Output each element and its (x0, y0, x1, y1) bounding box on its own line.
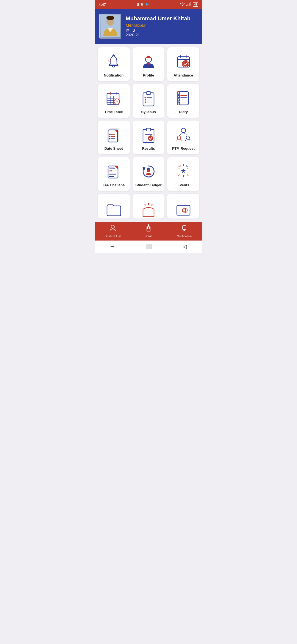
ptmrequest-label: PTM Request (172, 146, 194, 151)
nav-studentlist[interactable]: Student List (102, 224, 124, 238)
feechallans-label: Fee Challans (103, 183, 125, 187)
user-header: Muhammad Umer Khitab Mehrabpur IX | B 20… (95, 9, 202, 44)
nav-notification[interactable]: Notification (173, 224, 195, 238)
svg-point-67 (177, 136, 181, 139)
svg-line-95 (151, 204, 152, 205)
nav-notification-label: Notification (177, 234, 192, 238)
svg-point-47 (178, 94, 180, 96)
svg-rect-61 (146, 128, 151, 131)
nav-home[interactable]: Home (138, 224, 160, 238)
building-button[interactable] (133, 194, 165, 219)
status-bar: 4:47 S 🖥 🐦 49 (95, 0, 202, 9)
svg-point-54 (109, 134, 111, 135)
ptmrequest-icon (174, 125, 193, 144)
diary-icon (174, 89, 193, 108)
status-right: 49 (180, 2, 198, 7)
svg-point-39 (144, 102, 146, 103)
events-icon (174, 162, 193, 181)
svg-rect-3 (190, 2, 191, 6)
svg-point-48 (178, 97, 180, 99)
svg-line-88 (187, 175, 188, 176)
svg-point-104 (184, 230, 185, 231)
attendance-icon (174, 52, 193, 71)
svg-point-100 (147, 227, 150, 229)
svg-rect-78 (147, 169, 150, 170)
notification-icon (104, 52, 123, 71)
svg-rect-96 (177, 205, 190, 215)
user-class: IX | B (126, 28, 191, 32)
svg-point-91 (178, 168, 179, 169)
folder-button[interactable] (98, 194, 130, 219)
bottom-navigation: Student List Home Notification (95, 222, 202, 241)
attendance-label: Attendance (174, 73, 193, 77)
menu-grid: Notification Profile (95, 44, 202, 222)
datesheet-button[interactable]: Date Sheet (98, 121, 130, 154)
svg-point-89 (180, 165, 181, 167)
svg-line-85 (178, 166, 180, 167)
svg-rect-1 (188, 4, 188, 6)
avatar (99, 14, 121, 39)
user-year: 2020-21 (126, 33, 191, 37)
events-button[interactable]: Events (167, 157, 199, 191)
svg-marker-12 (146, 56, 151, 57)
svg-rect-2 (189, 3, 189, 6)
home-button[interactable]: ⬜ (146, 244, 152, 250)
folder-icon (104, 200, 123, 219)
svg-rect-0 (186, 5, 187, 6)
nav-home-label: Home (144, 234, 152, 238)
studentledger-icon (139, 162, 158, 181)
results-label: Results (142, 146, 155, 151)
studentledger-label: Student Ledger (135, 183, 161, 187)
results-icon (139, 125, 158, 144)
user-info: Muhammad Umer Khitab Mehrabpur IX | B 20… (126, 15, 191, 37)
syllabus-label: Syllabus (141, 110, 156, 114)
back-button[interactable]: ◁ (183, 244, 187, 250)
notification-button[interactable]: Notification (98, 47, 130, 81)
timetable-label: Time Table (105, 110, 123, 114)
signal-icon (186, 2, 191, 7)
svg-marker-80 (181, 169, 186, 173)
svg-point-68 (186, 136, 189, 139)
attendance-button[interactable]: Attendance (167, 47, 199, 81)
datesheet-icon (104, 125, 123, 144)
ptmrequest-button[interactable]: PTM Request (167, 121, 199, 154)
svg-point-90 (186, 165, 187, 167)
notification-label: Notification (104, 73, 124, 77)
svg-point-92 (187, 168, 188, 169)
svg-point-37 (144, 99, 146, 101)
results-button[interactable]: Results (133, 121, 165, 154)
timetable-button[interactable]: Time Table (98, 84, 130, 118)
svg-point-98 (111, 225, 114, 228)
svg-point-65 (148, 135, 153, 141)
svg-rect-33 (143, 93, 154, 106)
svg-rect-34 (146, 92, 151, 94)
syllabus-icon (139, 89, 158, 108)
status-time: 4:47 (99, 2, 106, 7)
svg-rect-11 (146, 57, 151, 58)
svg-line-86 (187, 166, 188, 167)
svg-rect-41 (179, 92, 188, 105)
diary-button[interactable]: Diary (167, 84, 199, 118)
menu-button[interactable]: ☰ (110, 244, 115, 250)
diary-label: Diary (179, 110, 188, 114)
svg-line-87 (178, 175, 180, 176)
syllabus-button[interactable]: Syllabus (133, 84, 165, 118)
nav-studentlist-label: Student List (105, 234, 121, 238)
profile-label: Profile (143, 73, 154, 77)
svg-line-8 (108, 61, 109, 62)
studentlist-nav-icon (109, 224, 117, 233)
svg-point-56 (109, 136, 111, 137)
studentledger-button[interactable]: Student Ledger (133, 157, 165, 191)
svg-text:Rs.: Rs. (109, 170, 112, 172)
svg-marker-79 (147, 168, 150, 169)
svg-point-6 (106, 16, 114, 20)
home-nav-icon (145, 224, 152, 233)
building-icon (139, 200, 158, 219)
feechallans-button[interactable]: Voucher Rs. Fee Challans (98, 157, 130, 191)
profile-button[interactable]: Profile (133, 47, 165, 81)
svg-point-20 (183, 61, 188, 67)
user-name: Muhammad Umer Khitab (126, 15, 191, 22)
email-button[interactable] (167, 194, 199, 219)
timetable-icon (104, 89, 123, 108)
user-city: Mehrabpur (126, 23, 191, 28)
